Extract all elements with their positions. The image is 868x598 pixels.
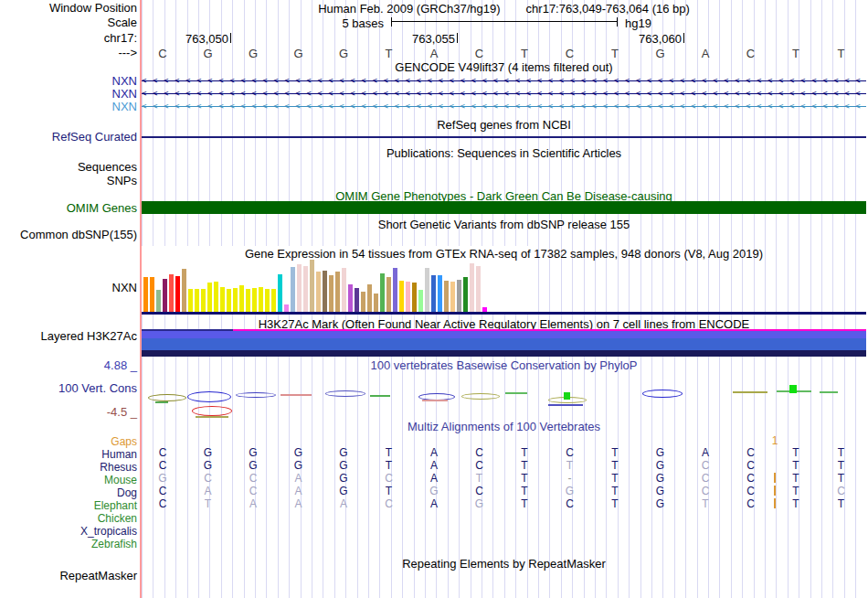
gtex-bar[interactable] (374, 294, 378, 312)
gtex-bar[interactable] (143, 277, 148, 312)
gtex-bar[interactable] (450, 282, 455, 312)
gtex-bar[interactable] (361, 292, 365, 312)
gencode-transcript-row[interactable]: <<<<<<<<<<<<<<<<<<<<<<<<<<<<<<<<<<<<<<<<… (142, 75, 866, 87)
phylop-mark[interactable] (820, 391, 838, 393)
repeatmasker-track-title[interactable]: Repeating Elements by RepeatMasker (142, 558, 866, 571)
gencode-gene-label[interactable]: NXN (0, 88, 137, 101)
gtex-bar[interactable] (444, 281, 449, 312)
multiz-species-label[interactable]: Dog (0, 486, 137, 499)
gtex-bar[interactable] (207, 283, 212, 312)
multiz-species-label[interactable]: Chicken (0, 512, 137, 525)
gtex-bar[interactable] (239, 285, 244, 312)
multiz-species-label[interactable]: Human (0, 448, 137, 461)
refseq-track-title[interactable]: RefSeq genes from NCBI (142, 119, 866, 132)
gtex-bar[interactable] (342, 268, 346, 312)
gtex-bar[interactable] (169, 274, 174, 312)
gtex-bar[interactable] (220, 287, 225, 312)
dbsnp-track-title[interactable]: Short Genetic Variants from dbSNP releas… (142, 219, 866, 231)
gtex-bar[interactable] (355, 288, 359, 312)
gtex-bar[interactable] (406, 282, 410, 312)
gtex-bar[interactable] (201, 289, 206, 312)
phylop-mark[interactable] (281, 394, 312, 396)
publications-sequences-label[interactable]: Sequences (0, 161, 137, 174)
gtex-bar[interactable] (399, 281, 404, 312)
multiz-track-title[interactable]: Multiz Alignments of 100 Vertebrates (142, 421, 866, 433)
phylop-track-title[interactable]: 100 vertebrates Basewise Conservation by… (142, 359, 866, 372)
gtex-bar[interactable] (310, 260, 314, 312)
phylop-mark[interactable] (325, 390, 365, 397)
phylop-mark[interactable] (422, 400, 448, 401)
repeatmasker-label[interactable]: RepeatMasker (0, 570, 137, 582)
gtex-bar[interactable] (188, 289, 193, 312)
multiz-species-label[interactable]: Rhesus (0, 461, 137, 474)
refseq-curated-label[interactable]: RefSeq Curated (0, 131, 137, 144)
gtex-bar[interactable] (425, 268, 429, 312)
phylop-mark[interactable] (733, 391, 767, 393)
gencode-track-title[interactable]: GENCODE V49lift37 (4 items filtered out) (142, 61, 866, 74)
gtex-bar[interactable] (367, 284, 372, 312)
phylop-mark[interactable] (196, 416, 228, 418)
gencode-transcript-row[interactable]: <<<<<<<<<<<<<<<<<<<<<<<<<<<<<<<<<<<<<<<<… (142, 88, 866, 100)
gtex-bar[interactable] (195, 289, 199, 312)
phylop-mark[interactable] (642, 390, 683, 398)
gtex-bar[interactable] (335, 272, 340, 312)
gtex-bar[interactable] (291, 267, 295, 312)
gencode-gene-label[interactable]: NXN (0, 75, 137, 88)
multiz-species-label[interactable]: Zebrafish (0, 538, 137, 550)
gtex-bar[interactable] (470, 263, 474, 312)
gtex-bar[interactable] (278, 274, 282, 312)
phylop-mark[interactable] (789, 385, 797, 393)
gtex-bar[interactable] (386, 277, 391, 312)
h3k27ac-signal-layer[interactable] (142, 338, 866, 350)
gtex-track-title[interactable]: Gene Expression in 54 tissues from GTEx … (142, 248, 866, 261)
gtex-bar[interactable] (348, 284, 353, 312)
gtex-bar[interactable] (380, 273, 385, 312)
gtex-bar[interactable] (438, 275, 442, 312)
gtex-bar[interactable] (284, 304, 289, 312)
gtex-bar[interactable] (412, 283, 417, 312)
gtex-bar[interactable] (246, 289, 250, 312)
phylop-mark[interactable] (236, 392, 276, 398)
h3k27ac-signal-layer[interactable] (142, 350, 866, 357)
gtex-bar[interactable] (323, 271, 327, 312)
multiz-gaps-label[interactable]: Gaps (0, 435, 137, 448)
h3k27ac-signal-layer[interactable] (142, 331, 866, 338)
gtex-bar[interactable] (457, 280, 461, 312)
gtex-bar[interactable] (227, 289, 231, 312)
gtex-bar[interactable] (163, 279, 167, 312)
common-dbsnp-label[interactable]: Common dbSNP(155) (0, 229, 137, 241)
multiz-species-label[interactable]: X_tropicalis (0, 525, 137, 538)
omim-gene-bar[interactable] (142, 201, 866, 214)
publications-snps-label[interactable]: SNPs (0, 175, 137, 187)
multiz-species-label[interactable]: Mouse (0, 474, 137, 486)
phylop-mark[interactable] (370, 395, 390, 397)
gtex-bar[interactable] (431, 275, 436, 312)
gencode-transcript-row[interactable]: <<<<<<<<<<<<<<<<<<<<<<<<<<<<<<<<<<<<<<<<… (142, 101, 866, 112)
gtex-bar[interactable] (214, 282, 218, 312)
gtex-bar[interactable] (393, 268, 397, 312)
gtex-bar[interactable] (303, 266, 308, 312)
phylop-mark[interactable] (187, 391, 231, 402)
phylop-mark[interactable] (505, 392, 527, 394)
gtex-bar[interactable] (182, 269, 186, 312)
gtex-bar[interactable] (463, 277, 468, 312)
gtex-bar[interactable] (150, 277, 154, 312)
phylop-mark[interactable] (564, 392, 570, 400)
phylop-mark[interactable] (461, 393, 500, 400)
layered-h3k27ac-label[interactable]: Layered H3K27Ac (0, 330, 137, 343)
gtex-bar[interactable] (476, 266, 481, 312)
gtex-bar[interactable] (482, 307, 487, 312)
gtex-bar[interactable] (265, 289, 270, 312)
gtex-gene-label[interactable]: NXN (0, 282, 137, 294)
gtex-bar[interactable] (271, 289, 276, 312)
phylop-track-label[interactable]: 100 Vert. Cons (0, 382, 137, 395)
refseq-gene-line[interactable] (142, 136, 866, 138)
gtex-bar[interactable] (156, 290, 161, 312)
gtex-bar[interactable] (418, 290, 423, 312)
phylop-mark[interactable] (192, 406, 232, 416)
omim-genes-label[interactable]: OMIM Genes (0, 202, 137, 215)
phylop-mark[interactable] (148, 394, 186, 401)
gtex-bar[interactable] (175, 276, 180, 312)
gtex-bar[interactable] (329, 275, 333, 312)
phylop-mark[interactable] (548, 404, 583, 406)
